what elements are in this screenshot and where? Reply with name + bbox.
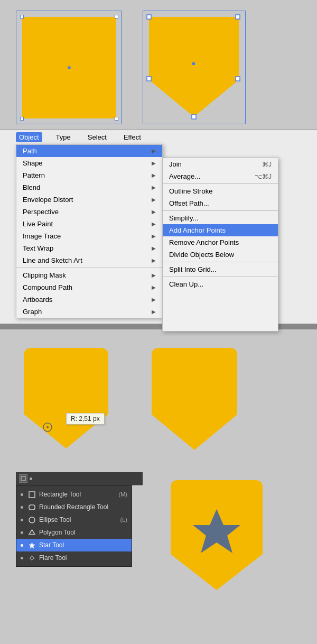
tool-star[interactable]: Star Tool	[16, 539, 132, 551]
center-dot	[68, 67, 71, 69]
menu-textwrap[interactable]: Text Wrap ▶	[16, 242, 162, 254]
menu-object[interactable]: Object	[16, 132, 42, 142]
menu-compound[interactable]: Compound Path ▶	[16, 281, 162, 293]
tool-shortcut-rect: (M)	[119, 491, 128, 498]
menu-linesketch[interactable]: Line and Sketch Art ▶	[16, 254, 162, 268]
menu-type[interactable]: Type	[53, 132, 74, 142]
rmenu-removeanchor[interactable]: Remove Anchor Points	[163, 236, 278, 249]
arrow-linesketch: ▶	[152, 257, 156, 263]
top-section	[0, 0, 317, 130]
menu-envelope[interactable]: Envelope Distort ▶	[16, 194, 162, 206]
rmenu-join[interactable]: Join ⌘J	[163, 158, 278, 170]
tool-dot-rr	[21, 506, 23, 509]
badge-svg	[166, 475, 267, 596]
rmenu-splitgrid[interactable]: Split Into Grid...	[163, 263, 278, 277]
svg-point-6	[29, 517, 35, 523]
svg-marker-8	[29, 542, 35, 548]
rounded-rect-icon	[27, 503, 36, 511]
tool-label-rect: Rectangle Tool	[39, 491, 81, 498]
rounded-pentagon-svg	[16, 340, 122, 456]
menu-path[interactable]: Path ▶	[16, 145, 162, 157]
rmenu-divide[interactable]: Divide Objects Below	[163, 249, 278, 262]
arrow-perspective: ▶	[152, 209, 156, 215]
tool-rectangle[interactable]: Rectangle Tool (M)	[16, 488, 132, 501]
menu-imagetrace[interactable]: Image Trace ▶	[16, 230, 162, 242]
menu-effect[interactable]: Effect	[120, 132, 144, 142]
handle-tl[interactable]	[20, 15, 24, 19]
rect-icon	[27, 490, 36, 499]
shortcut-average: ⌥⌘J	[255, 173, 272, 180]
panel-icon[interactable]	[19, 474, 27, 483]
solid-pentagon-svg	[144, 342, 245, 455]
arrow-path: ▶	[152, 148, 156, 154]
rmenu-cleanup[interactable]: Clean Up...	[163, 278, 278, 290]
h-ml	[147, 77, 151, 81]
menu-select[interactable]: Select	[85, 132, 110, 142]
h-tr	[236, 15, 240, 19]
menu-section: Object Type Select Effect Path ▶ Shape ▶…	[0, 130, 317, 324]
left-menu: Path ▶ Shape ▶ Pattern ▶ Blend ▶ Envelop…	[16, 144, 163, 318]
rmenu-simplify[interactable]: Simplify...	[163, 212, 278, 224]
tool-flare[interactable]: Flare Tool	[16, 551, 132, 564]
tool-rounded-rect[interactable]: Rounded Rectangle Tool	[16, 501, 132, 513]
rmenu-addanchor[interactable]: Add Anchor Points	[163, 224, 278, 236]
tool-dot-ellipse	[21, 519, 23, 521]
menu-bar: Object Type Select Effect	[0, 130, 317, 144]
menu-livepaint[interactable]: Live Paint ▶	[16, 218, 162, 230]
svg-rect-4	[29, 492, 35, 498]
handle-bl[interactable]	[20, 117, 24, 121]
handle-tr[interactable]	[115, 15, 118, 19]
rmenu-outline[interactable]: Outline Stroke	[163, 185, 278, 197]
tool-label-polygon: Polygon Tool	[39, 529, 76, 536]
rmenu-average[interactable]: Average... ⌥⌘J	[163, 170, 278, 184]
polygon-icon	[27, 528, 36, 537]
menu-shape[interactable]: Shape ▶	[16, 157, 162, 169]
menu-artboards[interactable]: Artboards ▶	[16, 293, 162, 306]
left-canvas	[16, 11, 122, 124]
menu-graph[interactable]: Graph ▶	[16, 306, 162, 318]
h-tl	[147, 15, 151, 19]
arrow-shape: ▶	[152, 160, 156, 166]
arrow-artboards: ▶	[152, 297, 156, 302]
tool-dot-flare	[21, 557, 23, 559]
ellipse-icon	[27, 516, 36, 524]
handle-br[interactable]	[115, 117, 118, 121]
pentagon-svg	[143, 11, 245, 123]
middle-right-canvas	[143, 340, 246, 456]
svg-point-9	[30, 556, 33, 559]
arrow-livepaint: ▶	[152, 221, 156, 227]
tool-dot-polygon	[21, 531, 23, 534]
flare-icon	[27, 554, 36, 562]
arrow-compound: ▶	[152, 284, 156, 290]
tool-ellipse[interactable]: Ellipse Tool (L)	[16, 513, 132, 526]
svg-rect-5	[29, 505, 35, 510]
menu-clipping[interactable]: Clipping Mask ▶	[16, 269, 162, 281]
h-mr	[236, 77, 240, 81]
menu-perspective[interactable]: Perspective ▶	[16, 206, 162, 218]
tooltip-text: R: 2,51 px	[71, 415, 100, 422]
arrow-clipping: ▶	[152, 272, 156, 278]
tool-label-star: Star Tool	[39, 541, 64, 549]
tool-label-flare: Flare Tool	[39, 554, 67, 562]
badge-canvas	[164, 472, 269, 599]
center-dot-right	[192, 62, 195, 65]
arrow-envelope: ▶	[152, 197, 156, 203]
bottom-section: Rectangle Tool (M) Rounded Rectangle Too…	[0, 467, 317, 610]
toolbox-panel: Rectangle Tool (M) Rounded Rectangle Too…	[16, 485, 132, 567]
arrow-imagetrace: ▶	[152, 233, 156, 239]
middle-left-canvas: R: 2,51 px	[16, 340, 122, 456]
menu-blend[interactable]: Blend ▶	[16, 181, 162, 194]
tool-dot-star	[21, 544, 23, 547]
h-b	[192, 115, 196, 119]
toolbox-area: Rectangle Tool (M) Rounded Rectangle Too…	[16, 472, 143, 567]
svg-marker-0	[149, 17, 239, 117]
panel-dot	[30, 477, 32, 480]
svg-point-2	[46, 426, 49, 428]
tool-polygon[interactable]: Polygon Tool	[16, 526, 132, 539]
tool-dot-rect	[21, 493, 23, 496]
tool-shortcut-ellipse: (L)	[120, 517, 127, 523]
arrow-blend: ▶	[152, 185, 156, 190]
rmenu-offset[interactable]: Offset Path...	[163, 197, 278, 211]
svg-rect-3	[21, 476, 25, 481]
menu-pattern[interactable]: Pattern ▶	[16, 169, 162, 181]
